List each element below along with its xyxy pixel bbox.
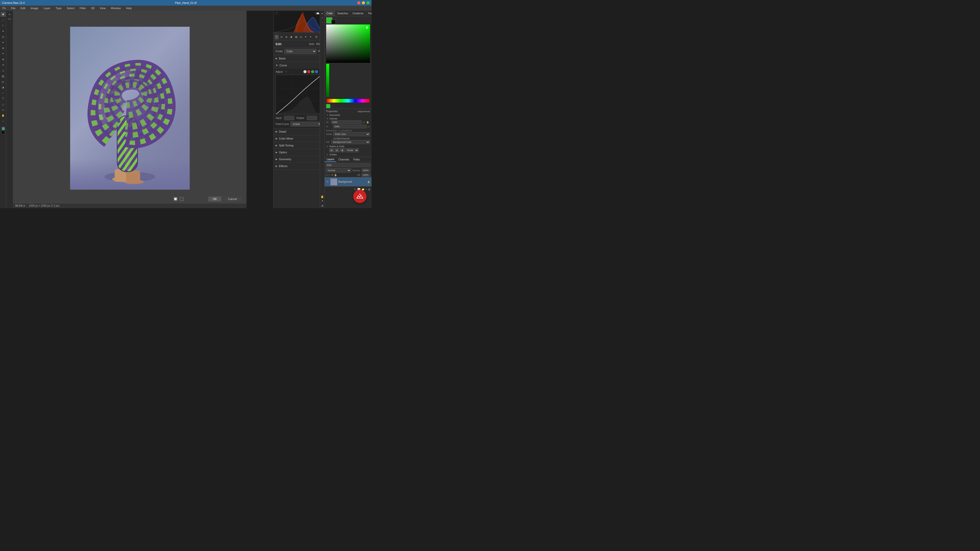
tool-move[interactable]: ✥ — [0, 12, 6, 17]
raw-tool-healing[interactable]: ⊕ — [284, 35, 288, 39]
fill-select[interactable]: Background Color White Transparent — [331, 140, 370, 144]
blend-mode-select[interactable]: Normal Multiply Screen Overlay — [326, 168, 351, 172]
menu-image[interactable]: Image — [30, 6, 40, 10]
color-more-icon[interactable]: ··· — [331, 105, 333, 107]
minimize-btn[interactable] — [362, 1, 365, 4]
canvas-image[interactable] — [70, 27, 190, 190]
maximize-btn[interactable] — [366, 1, 369, 4]
raw-grid-icon[interactable]: ⊞ — [321, 204, 323, 207]
brightness-strip[interactable] — [326, 64, 329, 97]
rulers-collapse-icon[interactable]: ▼ — [326, 145, 328, 148]
section-effects-header[interactable]: ▶ Effects 👁 — [274, 163, 324, 169]
tool-crop[interactable]: ⊡ — [0, 34, 6, 39]
point-curve-select[interactable]: Linear Medium Contrast Strong Contrast C… — [290, 122, 322, 127]
ruler-icon[interactable]: ⊞ — [329, 148, 334, 152]
menu-help[interactable]: Help — [125, 6, 133, 10]
menu-type[interactable]: Type — [55, 6, 63, 10]
fill-field[interactable] — [362, 173, 371, 177]
highlight-point[interactable] — [317, 12, 320, 15]
height-field[interactable] — [333, 125, 366, 128]
tool-hand[interactable]: ✋ — [0, 113, 6, 118]
raw-tool-brush[interactable]: ✒ — [304, 35, 308, 39]
profile-select[interactable]: Color Adobe Color Adobe Landscape — [284, 49, 317, 54]
menu-file[interactable]: File — [10, 6, 17, 10]
tool-gradient[interactable]: ▨ — [0, 73, 6, 79]
tool-clone[interactable]: ⊗ — [0, 57, 6, 62]
section-geometry-header[interactable]: ▶ Geometry 👁 — [274, 156, 324, 162]
snap-icon[interactable]: ⊠ — [340, 148, 345, 152]
raw-tool-gradient[interactable]: ▨ — [294, 35, 298, 39]
tab-patterns[interactable]: Patterns — [366, 11, 372, 16]
layer-eye-icon[interactable]: 👁 — [326, 180, 329, 183]
menu-filter[interactable]: Filter — [79, 6, 87, 10]
tool-zoom[interactable]: ⌕ — [0, 118, 6, 124]
menu-ps[interactable]: Ps — [2, 6, 7, 10]
lock-icon[interactable]: 🔒 — [366, 121, 369, 124]
canvas-collapse-icon[interactable]: ▼ — [326, 118, 328, 120]
adjustments-tab[interactable]: Adjustments — [357, 110, 370, 113]
shadow-point[interactable] — [275, 12, 278, 15]
lock-all-icon[interactable]: 🔒 — [334, 174, 337, 176]
section-split-toning-header[interactable]: ▶ Split Toning 👁 — [274, 142, 324, 149]
lock-position-icon[interactable]: ✥ — [331, 174, 333, 176]
auto-button[interactable]: Auto — [309, 43, 314, 45]
input-field[interactable] — [284, 116, 294, 120]
tool-dodge[interactable]: ◑ — [0, 85, 6, 90]
view-split-icon[interactable]: ⬛ — [180, 197, 184, 201]
grid-icon[interactable]: ⊟ — [334, 148, 339, 152]
ok-button[interactable]: OK — [208, 197, 221, 202]
tab-paths[interactable]: Paths — [351, 157, 362, 162]
tab-channels[interactable]: Channels — [336, 157, 351, 162]
layers-search[interactable] — [333, 163, 371, 167]
tab-swatches[interactable]: Swatches — [335, 11, 350, 16]
lock-pixels-icon[interactable]: ✏ — [328, 174, 331, 176]
raw-eyedropper2-icon[interactable]: ✦ — [321, 200, 323, 202]
tool-blur[interactable]: ◎ — [0, 79, 6, 84]
channel-blue[interactable] — [315, 70, 318, 73]
section-color-mixer-header[interactable]: ▶ Color Mixer 👁 — [274, 135, 324, 142]
bg-color-swatch[interactable] — [331, 20, 336, 24]
layer-lock-icon[interactable]: 🔒 — [367, 181, 370, 183]
tool-history[interactable]: ↺ — [0, 62, 6, 67]
raw-plus-icon[interactable]: ＋ — [321, 16, 324, 20]
raw-minus-icon[interactable]: － — [321, 21, 324, 24]
red-circle-button[interactable] — [353, 190, 366, 203]
lock-transparent-icon[interactable]: ⊡ — [326, 174, 328, 176]
bg-color[interactable] — [1, 130, 5, 134]
section-basic-header[interactable]: ▶ Basic 👁 — [274, 55, 324, 62]
menu-layer[interactable]: Layer — [42, 6, 52, 10]
raw-tool-settings[interactable]: ⚙ — [314, 35, 318, 39]
layers-kind-filter[interactable]: Kind — [326, 163, 332, 167]
current-color-display[interactable] — [326, 104, 330, 108]
menu-select[interactable]: Select — [66, 6, 76, 10]
tool-eyedropper[interactable]: ✒ — [0, 40, 6, 45]
parametric-icon[interactable]: ⌇ — [285, 70, 286, 73]
section-optics-header[interactable]: ▶ Optics 👁 — [274, 149, 324, 156]
menu-3d[interactable]: 3D — [90, 6, 96, 10]
tool-healing[interactable]: ⊕ — [0, 45, 6, 51]
tool-brush[interactable]: ✏ — [0, 51, 6, 56]
curve-graph[interactable] — [275, 75, 322, 114]
tool-path[interactable]: △ — [0, 102, 6, 106]
width-field[interactable] — [331, 121, 362, 124]
tool-ai[interactable]: AI — [7, 12, 12, 17]
section-curve-header[interactable]: ▼ Curve 👁 — [274, 62, 324, 68]
raw-tool-crop[interactable]: ⊡ — [280, 35, 283, 39]
raw-tool-radial[interactable]: ◎ — [299, 35, 303, 39]
tool-pen[interactable]: ⌐ — [0, 90, 6, 95]
create-layer-icon[interactable]: + — [366, 188, 367, 191]
opacity-field[interactable] — [362, 168, 371, 172]
output-field[interactable] — [307, 116, 317, 120]
tab-color[interactable]: Color — [325, 11, 335, 16]
mode-select[interactable]: RGB Color CMYK Color Grayscale — [333, 132, 370, 136]
raw-tool-eyedropper[interactable]: ✦ — [309, 35, 313, 39]
document-collapse-icon[interactable]: ▼ — [326, 114, 328, 116]
delete-layer-icon[interactable]: 🗑 — [368, 188, 371, 191]
ruler-unit-select[interactable]: Pixels Inches cm — [345, 148, 359, 152]
tool-lasso[interactable]: ⌇ — [0, 23, 6, 28]
cancel-button[interactable]: Cancel — [224, 197, 242, 202]
raw-tool-edit[interactable]: ✏ — [275, 35, 279, 39]
new-fill-layer-icon[interactable]: fx — [354, 188, 356, 191]
color-spectrum[interactable] — [326, 24, 370, 63]
fg-color[interactable] — [1, 127, 5, 130]
